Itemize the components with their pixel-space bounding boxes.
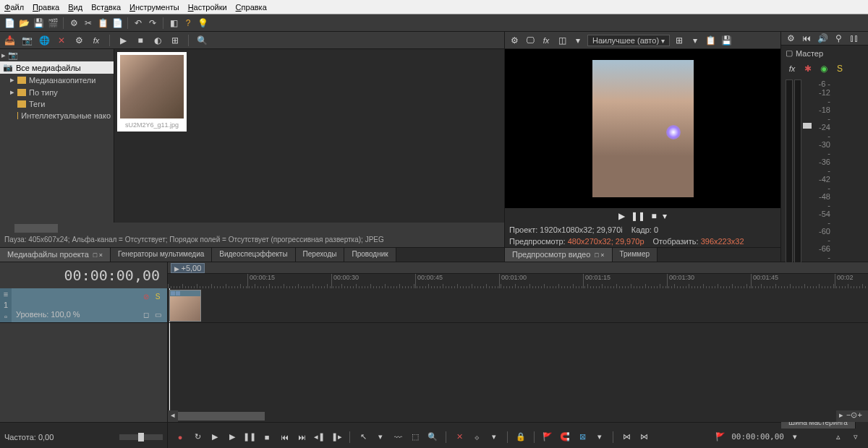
lock-icon[interactable]: 🔒 — [514, 431, 527, 444]
media-list[interactable]: sU2M2Y6_g11.jpg — [114, 49, 504, 223]
menu-tools[interactable]: Инструменты — [129, 3, 179, 12]
play2-icon[interactable]: ▶ — [226, 431, 239, 444]
time-ruler[interactable]: 00:00:1500:00:3000:00:4500:01:0000:01:15… — [168, 274, 868, 288]
properties2-icon[interactable]: ⚙ — [72, 34, 85, 47]
track-solo-icon[interactable]: S — [153, 291, 163, 301]
autoplay-icon[interactable]: ◐ — [151, 34, 164, 47]
tab-explorer[interactable]: Проводник — [344, 248, 396, 262]
play-icon[interactable]: ▶ — [116, 34, 129, 47]
go-end-icon[interactable]: ⏭ — [295, 431, 308, 444]
tree-tags[interactable]: Теги — [0, 98, 114, 110]
pause-icon[interactable]: ❚❚ — [243, 431, 256, 444]
master-solo-icon[interactable]: S — [833, 62, 846, 75]
paste-icon[interactable]: 📄 — [111, 17, 124, 30]
tab-transitions[interactable]: Переходы — [296, 248, 345, 262]
timecode-display[interactable]: 00:00:00,00 — [0, 262, 168, 288]
tree-smart[interactable]: Интеллектуальные нако — [0, 110, 114, 121]
tree-expand[interactable]: ▸ 📷 — [0, 49, 114, 61]
bottom-timecode[interactable]: 00:00:00,00 — [731, 432, 784, 441]
preview-external-icon[interactable]: 🖵 — [524, 34, 537, 47]
redo-icon[interactable]: ↷ — [146, 17, 159, 30]
master-automation-icon[interactable]: ◉ — [817, 62, 830, 75]
master-faders-icon[interactable]: ⫿⫿ — [848, 32, 861, 45]
tree-by-type[interactable]: ▸По типу — [0, 86, 114, 98]
capture-icon[interactable]: 📷 — [20, 34, 33, 47]
prev-frame-icon[interactable]: ◂❚ — [312, 431, 326, 444]
menu-view[interactable]: Вид — [68, 3, 82, 12]
next-frame-icon[interactable]: ❚▸ — [330, 431, 343, 444]
master-insert-icon[interactable]: ✱ — [801, 62, 814, 75]
media-tree[interactable]: ▸ 📷 📷Все медиафайлы ▸Медианакопители ▸По… — [0, 49, 114, 223]
clip-header[interactable] — [170, 290, 200, 296]
new-icon[interactable]: 📄 — [3, 17, 16, 30]
cut-icon[interactable]: ✂ — [82, 17, 95, 30]
menu-settings[interactable]: Настройки — [188, 3, 227, 12]
stop2-icon[interactable]: ■ — [260, 431, 273, 444]
master-mute-icon[interactable]: 🔊 — [816, 32, 829, 45]
master-fx-icon[interactable]: fx — [786, 62, 799, 75]
preview-overlay-icon[interactable]: ▾ — [689, 34, 702, 47]
rate-scrubber[interactable] — [119, 434, 163, 440]
loop-icon[interactable]: ↻ — [191, 431, 204, 444]
track-handle[interactable]: ≡ 1 ▫ — [0, 288, 12, 322]
timeline-scroll[interactable]: ◂ ▸ −⊙+ — [0, 410, 868, 422]
preview-dropdown-icon[interactable]: ▾ — [571, 34, 584, 47]
views-icon[interactable]: ⊞ — [169, 34, 182, 47]
render-icon[interactable]: 🎬 — [46, 17, 59, 30]
tree-storage[interactable]: ▸Медианакопители — [0, 74, 114, 86]
properties-icon[interactable]: ⚙ — [67, 17, 80, 30]
preview-pause-icon[interactable]: ❚❚ — [631, 211, 645, 221]
video-clip[interactable] — [169, 290, 201, 322]
copy-icon[interactable]: 📋 — [96, 17, 109, 30]
preview-settings-icon[interactable]: ⚙ — [508, 34, 521, 47]
auto-crossfade-icon[interactable]: ⋈ — [637, 431, 650, 444]
search-icon[interactable]: 🔍 — [195, 34, 208, 47]
zoom-icon[interactable]: 🔍 — [426, 431, 439, 444]
preview-stop-icon[interactable]: ■ — [651, 211, 656, 221]
track-content[interactable] — [168, 288, 868, 410]
menu-edit[interactable]: Правка — [33, 3, 59, 12]
master-prev-icon[interactable]: ⏮ — [800, 32, 813, 45]
tool-dropdown-icon[interactable]: ▾ — [374, 431, 387, 444]
toggle-icon[interactable]: ◧ — [167, 17, 180, 30]
master-settings-icon[interactable]: ⚙ — [784, 32, 797, 45]
stop-icon[interactable]: ■ — [134, 34, 147, 47]
preview-play-icon[interactable]: ▶ — [618, 211, 625, 221]
undo-icon[interactable]: ↶ — [132, 17, 145, 30]
preview-grid-icon[interactable]: ⊞ — [673, 34, 686, 47]
tutorial-icon[interactable]: ? — [182, 17, 195, 30]
track-mute-icon[interactable]: ◻ — [141, 309, 151, 319]
media-scroll[interactable] — [0, 223, 504, 234]
snap-dropdown-icon[interactable]: ▾ — [593, 431, 606, 444]
quantize-icon[interactable]: ⊠ — [576, 431, 589, 444]
fx-icon[interactable]: fx — [90, 34, 103, 47]
web-icon[interactable]: 🌐 — [38, 34, 51, 47]
snap-icon[interactable]: ✕ — [453, 431, 466, 444]
snap-toggle-icon[interactable]: 🧲 — [558, 431, 571, 444]
tab-generators[interactable]: Генераторы мультимедиа — [111, 248, 212, 262]
tab-project-media[interactable]: Медиафайлы проекта□ × — [0, 248, 111, 262]
selection-icon[interactable]: ⬚ — [409, 431, 422, 444]
timecode-dropdown-icon[interactable]: ▾ — [788, 431, 801, 444]
save-icon[interactable]: 💾 — [32, 17, 45, 30]
tree-all-media[interactable]: 📷Все медиафайлы — [0, 61, 114, 74]
bypass-fx-icon[interactable]: ⊘ — [141, 291, 151, 301]
preview-more-icon[interactable]: ▾ — [663, 211, 667, 221]
normal-edit-icon[interactable]: ↖ — [357, 431, 370, 444]
flag-icon[interactable]: 🚩 — [714, 431, 727, 444]
track-header-1[interactable]: ≡ 1 ▫ ⊘ S Уровень: 100,0 % — [0, 288, 167, 323]
remove-icon[interactable]: ✕ — [55, 34, 68, 47]
auto-ripple-icon[interactable]: ⟐ — [470, 431, 483, 444]
menu-file[interactable]: ФФайлайл — [4, 3, 24, 12]
open-icon[interactable]: 📂 — [17, 17, 30, 30]
track-maximize-icon[interactable]: ▭ — [153, 309, 163, 319]
zoom-in-icon[interactable]: ▿ — [849, 431, 862, 444]
play-start-icon[interactable]: ▶ — [208, 431, 221, 444]
ripple-dropdown-icon[interactable]: ▾ — [488, 431, 501, 444]
track-lane-1[interactable] — [168, 288, 868, 323]
menu-insert[interactable]: Вставка — [91, 3, 121, 12]
preview-copy-icon[interactable]: 📋 — [705, 34, 718, 47]
preview-split-icon[interactable]: ◫ — [556, 34, 569, 47]
crossfade-icon[interactable]: ⋈ — [620, 431, 633, 444]
tab-trimmer[interactable]: Триммер — [613, 248, 658, 262]
